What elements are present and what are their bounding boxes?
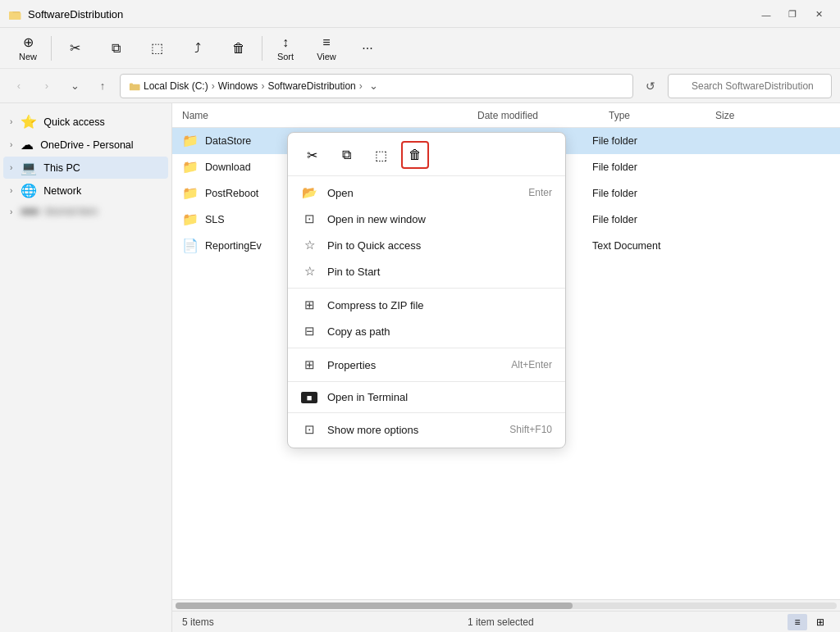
cm-show-more-label: Show more options xyxy=(327,424,500,436)
cm-show-more-shortcut: Shift+F10 xyxy=(509,424,552,435)
recent-button[interactable]: ⌄ xyxy=(64,75,85,97)
cm-item-open[interactable]: 📂 Open Enter xyxy=(288,180,565,206)
context-menu-overlay: ✂ ⧉ ⬚ 🗑 📂 Open Enter ⊡ Open in new windo… xyxy=(172,103,840,632)
cm-show-more-icon: ⊡ xyxy=(301,422,317,437)
path-windows: Windows xyxy=(218,80,258,92)
expand-arrow-network: › xyxy=(10,186,12,195)
cm-separator-3 xyxy=(288,381,565,382)
toolbar: ⊕ New ✂ ⧉ ⬚ ⤴ 🗑 ↕ Sort ≡ View ··· xyxy=(0,28,840,69)
folder-path-icon xyxy=(129,80,140,92)
search-wrap: 🔍 xyxy=(668,74,832,98)
view-label: View xyxy=(317,52,336,61)
view-icon: ≡ xyxy=(322,35,330,50)
more-button[interactable]: ··· xyxy=(348,30,387,66)
path-sep-2: › xyxy=(261,80,264,92)
cm-delete-button[interactable]: 🗑 xyxy=(401,141,429,169)
sidebar-item-network[interactable]: › 🌐 Network xyxy=(3,180,168,202)
view-button[interactable]: ≡ View xyxy=(307,30,346,66)
cm-item-open-terminal[interactable]: ■ Open in Terminal xyxy=(288,385,565,409)
sort-icon: ↕ xyxy=(282,35,289,50)
cm-separator-4 xyxy=(288,412,565,413)
up-button[interactable]: ↑ xyxy=(92,75,113,97)
copy-button[interactable]: ⧉ xyxy=(96,30,135,66)
address-bar: ‹ › ⌄ ↑ Local Disk (C:) › Windows › Soft… xyxy=(0,69,840,103)
cm-copy-button[interactable]: ⧉ xyxy=(332,141,360,169)
cm-properties-icon: ⊞ xyxy=(301,357,317,372)
sort-button[interactable]: ↕ Sort xyxy=(266,30,305,66)
path-softwaredistribution: SoftwareDistribution xyxy=(267,80,355,92)
path-sep-3: › xyxy=(359,80,363,92)
new-icon: ⊕ xyxy=(23,34,34,50)
content-area: Name Date modified Type Size 📁 DataStore… xyxy=(172,103,840,632)
sidebar-item-this-pc[interactable]: › 💻 This PC xyxy=(3,157,168,179)
cm-cut-button[interactable]: ✂ xyxy=(298,141,326,169)
cm-item-compress-zip[interactable]: ⊞ Compress to ZIP file xyxy=(288,292,565,318)
expand-arrow-onedrive: › xyxy=(10,140,12,149)
cm-pin-start-icon: ☆ xyxy=(301,264,317,279)
cm-pin-start-label: Pin to Start xyxy=(327,266,552,278)
sidebar-item-blurred[interactable]: › ■■■ blurred-item xyxy=(3,202,168,221)
cm-open-icon: 📂 xyxy=(301,185,317,200)
cm-properties-shortcut: Alt+Enter xyxy=(511,359,552,371)
title-bar: SoftwareDistribution — ❐ ✕ xyxy=(0,0,840,28)
path-sep-1: › xyxy=(212,80,215,92)
cm-open-label: Open xyxy=(327,187,518,199)
sidebar-item-onedrive[interactable]: › ☁ OneDrive - Personal xyxy=(3,134,168,156)
refresh-button[interactable]: ↺ xyxy=(640,75,661,97)
toolbar-separator-2 xyxy=(262,36,262,61)
cut-icon: ✂ xyxy=(70,40,80,56)
cm-open-shortcut: Enter xyxy=(528,187,552,198)
cm-separator-1 xyxy=(288,288,565,289)
cut-button[interactable]: ✂ xyxy=(55,30,94,66)
minimize-button[interactable]: — xyxy=(755,7,778,23)
paste-button[interactable]: ⬚ xyxy=(137,30,176,66)
cm-paste-button[interactable]: ⬚ xyxy=(367,141,395,169)
cm-item-show-more[interactable]: ⊡ Show more options Shift+F10 xyxy=(288,416,565,443)
path-dropdown-button[interactable]: ⌄ xyxy=(366,78,381,93)
more-icon: ··· xyxy=(362,41,372,56)
forward-button[interactable]: › xyxy=(36,75,57,97)
cm-item-open-new-window[interactable]: ⊡ Open in new window xyxy=(288,206,565,232)
cm-item-properties[interactable]: ⊞ Properties Alt+Enter xyxy=(288,352,565,378)
cm-separator-2 xyxy=(288,348,565,348)
cm-open-terminal-label: Open in Terminal xyxy=(327,391,552,403)
cm-copy-as-path-icon: ⊟ xyxy=(301,324,317,339)
cm-compress-zip-label: Compress to ZIP file xyxy=(327,299,552,311)
blurred-icon: ■■■ xyxy=(21,206,39,217)
new-button[interactable]: ⊕ New xyxy=(8,30,48,66)
delete-button[interactable]: 🗑 xyxy=(219,30,258,66)
address-path[interactable]: Local Disk (C:) › Windows › SoftwareDist… xyxy=(120,74,633,98)
expand-arrow-blurred: › xyxy=(10,207,12,216)
sidebar-item-label-this-pc: This PC xyxy=(43,162,80,174)
copy-icon: ⧉ xyxy=(112,41,121,56)
sidebar-item-label-quick-access: Quick access xyxy=(43,116,104,128)
cm-item-pin-start[interactable]: ☆ Pin to Start xyxy=(288,258,565,284)
onedrive-icon: ☁ xyxy=(21,137,34,152)
cm-properties-label: Properties xyxy=(327,359,501,371)
maximize-button[interactable]: ❐ xyxy=(781,7,804,23)
context-menu: ✂ ⧉ ⬚ 🗑 📂 Open Enter ⊡ Open in new windo… xyxy=(287,132,566,448)
cm-copy-as-path-label: Copy as path xyxy=(327,325,552,338)
cm-item-pin-quick-access[interactable]: ☆ Pin to Quick access xyxy=(288,232,565,258)
cm-pin-quick-access-icon: ☆ xyxy=(301,238,317,252)
title-bar-controls: — ❐ ✕ xyxy=(755,7,830,23)
expand-arrow-quick-access: › xyxy=(10,117,12,126)
cm-item-copy-as-path[interactable]: ⊟ Copy as path xyxy=(288,318,565,344)
back-button[interactable]: ‹ xyxy=(8,75,30,97)
cm-pin-quick-access-label: Pin to Quick access xyxy=(327,239,552,252)
cm-open-new-window-icon: ⊡ xyxy=(301,211,317,226)
expand-arrow-this-pc: › xyxy=(10,163,12,172)
share-button[interactable]: ⤴ xyxy=(178,30,217,66)
sidebar-item-label-network: Network xyxy=(43,185,81,197)
title-bar-title: SoftwareDistribution xyxy=(28,8,123,20)
toolbar-separator-1 xyxy=(51,36,52,61)
this-pc-icon: 💻 xyxy=(21,160,37,175)
cm-open-new-window-label: Open in new window xyxy=(327,213,552,225)
path-local-disk: Local Disk (C:) xyxy=(144,80,208,92)
sidebar: › ⭐ Quick access › ☁ OneDrive - Personal… xyxy=(0,103,172,632)
search-input[interactable] xyxy=(668,74,832,98)
sidebar-item-label-blurred: blurred-item xyxy=(45,206,98,217)
cm-open-terminal-icon: ■ xyxy=(301,392,317,403)
close-button[interactable]: ✕ xyxy=(807,7,830,23)
sidebar-item-quick-access[interactable]: › ⭐ Quick access xyxy=(3,111,168,133)
